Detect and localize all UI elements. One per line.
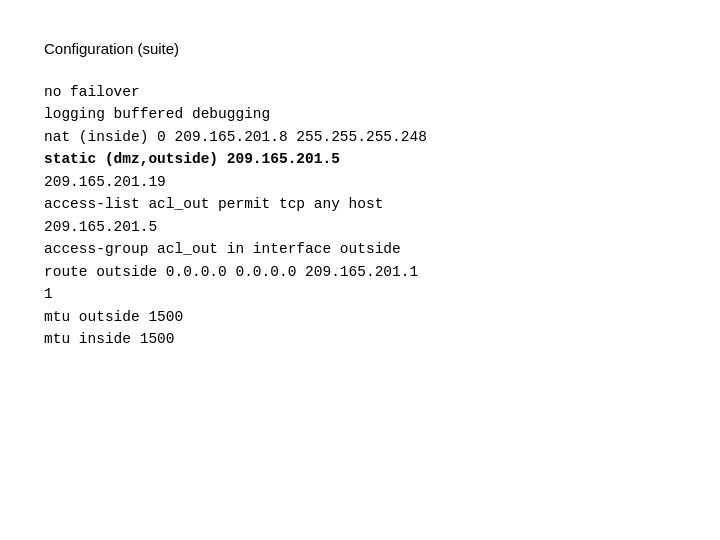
code-line-line11: mtu outside 1500 (44, 309, 183, 325)
page-title: Configuration (suite) (44, 40, 676, 57)
code-line-line8: access-group acl_out in interface outsid… (44, 241, 401, 257)
code-line-line6: access-list acl_out permit tcp any host (44, 196, 383, 212)
code-line-line2: logging buffered debugging (44, 106, 270, 122)
code-line-line12: mtu inside 1500 (44, 331, 175, 347)
code-line-line4: static (dmz,outside) 209.165.201.5 (44, 151, 340, 167)
code-line-line10: 1 (44, 286, 53, 302)
code-block: no failover logging buffered debugging n… (44, 81, 676, 351)
code-line-line9: route outside 0.0.0.0 0.0.0.0 209.165.20… (44, 264, 418, 280)
code-line-line7: 209.165.201.5 (44, 219, 157, 235)
code-line-line5: 209.165.201.19 (44, 174, 166, 190)
code-line-line1: no failover (44, 84, 140, 100)
page-container: Configuration (suite) no failover loggin… (0, 0, 720, 540)
code-line-line3: nat (inside) 0 209.165.201.8 255.255.255… (44, 129, 427, 145)
